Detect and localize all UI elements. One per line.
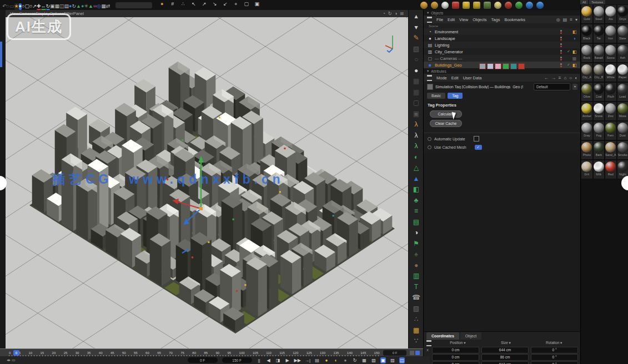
tool-icon[interactable]: ◧ (409, 184, 424, 195)
toolbar-icon[interactable]: ▲ (76, 3, 81, 10)
tool-icon[interactable]: λ (409, 141, 424, 152)
preset-dropdown[interactable]: Default (534, 83, 570, 90)
attribute-menu-item[interactable]: Mode (436, 75, 447, 80)
object-row[interactable]: ▤ Lighting (424, 42, 581, 48)
tool-icon[interactable]: ▦ (409, 87, 424, 98)
transport-icon[interactable]: ◐ (333, 357, 339, 363)
create-object-icon[interactable] (473, 2, 480, 9)
size-field[interactable]: 612 cm (481, 361, 529, 364)
range-end-field[interactable]: 150 F (222, 357, 252, 363)
enabled-check[interactable]: ✓ (566, 63, 571, 67)
toolbar-icon[interactable]: ✳ (84, 3, 88, 10)
toolbar-icon[interactable]: # (168, 1, 177, 9)
toolbar-icon[interactable]: ▣ (50, 3, 55, 10)
viewport-corner-icon[interactable]: ↻ (388, 11, 392, 16)
material-item[interactable]: White (605, 63, 617, 82)
material-tag[interactable] (503, 63, 509, 69)
tool-icon[interactable]: T (409, 282, 424, 293)
material-item[interactable]: Moss (617, 102, 628, 121)
object-name[interactable]: Buildings_Geo (435, 63, 462, 68)
cached-mesh-toggle[interactable]: ✓ (475, 145, 482, 150)
transport-icon[interactable]: ▶▶ (294, 357, 301, 363)
calculate-button[interactable]: Calculate (430, 110, 462, 118)
toolbar-icon[interactable]: ↗ (32, 3, 37, 10)
search-icon[interactable]: ▾ (575, 17, 577, 22)
object-name[interactable]: Environment (435, 29, 458, 34)
viewport-corner-icon[interactable]: ◔ (383, 11, 385, 16)
material-item[interactable]: Rock (581, 43, 593, 63)
attribute-menu-item[interactable]: Edit (451, 75, 459, 80)
toolbar-icon[interactable]: ★ (14, 3, 19, 10)
material-tag[interactable] (479, 63, 486, 69)
attribute-menu-item[interactable]: User Data (463, 75, 482, 80)
tool-icon[interactable]: ▦ (409, 76, 424, 87)
toolbar-icon[interactable]: ▢ (242, 1, 250, 9)
history-nav-icon[interactable]: ← (544, 75, 549, 80)
tool-icon[interactable]: ● (409, 260, 424, 271)
ruler-option-button[interactable] (410, 351, 414, 355)
material-item[interactable]: City_B (593, 63, 605, 82)
tool-icon[interactable]: ◑ (409, 228, 424, 239)
transport-icon[interactable]: ▧ (371, 357, 376, 363)
material-item[interactable]: Dust (617, 121, 628, 140)
object-name[interactable]: City_Generator (435, 49, 463, 54)
transport-icon[interactable]: ▨ (390, 357, 395, 363)
transport-icon[interactable]: ▶ (285, 357, 290, 363)
position-field[interactable]: 0 cm (432, 354, 479, 361)
history-nav-icon[interactable]: ○ (569, 75, 572, 80)
tool-icon[interactable]: ✎ (409, 33, 424, 44)
transport-icon[interactable]: ◫ (399, 357, 405, 363)
object-manager-menu-item[interactable]: Objects (473, 17, 486, 22)
create-object-icon[interactable] (536, 2, 544, 9)
history-nav-icon[interactable]: ≡ (559, 75, 561, 80)
object-row[interactable]: ▢ --- Cameras --- ▦ (424, 55, 581, 62)
tab-all-materials[interactable]: All (580, 0, 588, 4)
material-item[interactable]: Milk (593, 160, 605, 179)
rotation-field[interactable]: 0 ° (531, 354, 578, 361)
material-tag[interactable] (487, 63, 494, 69)
clear-cache-button[interactable]: Clear Cache (430, 120, 462, 127)
rotation-field[interactable]: 0 ° (531, 347, 578, 353)
timeline-ruler[interactable]: 0510152025303540455055606570758085909510… (0, 348, 423, 357)
toolbar-icon[interactable]: ● (158, 1, 166, 9)
search-icon[interactable]: ≡ (570, 17, 572, 22)
tab-object[interactable]: Object (460, 332, 481, 340)
create-object-icon[interactable] (526, 2, 533, 9)
coordinate-column-header[interactable]: Rotation ▾ (530, 341, 578, 345)
dropdown-caret-icon[interactable]: ▾ (572, 84, 577, 90)
toolbar-icon[interactable]: ↻ (46, 3, 51, 10)
visibility-dots[interactable] (560, 63, 562, 67)
object-manager-menu-item[interactable]: Edit (448, 17, 455, 22)
menu-burger-icon[interactable] (427, 75, 432, 81)
size-field[interactable]: 644 cm (481, 347, 529, 353)
current-frame-field[interactable]: 0 F (383, 350, 406, 356)
transport-icon[interactable]: ↻ (352, 357, 358, 363)
material-item[interactable]: Lead (617, 82, 628, 102)
3d-viewport[interactable]: ViewCamerasDisplayOptionsFilterPanel ◔↻◑… (6, 10, 408, 348)
timeline-playhead[interactable]: 0 (13, 350, 19, 356)
material-item[interactable]: Photo (581, 140, 593, 160)
toolbar-icon[interactable]: ↶ (2, 3, 7, 10)
tool-icon[interactable]: ⚑ (409, 239, 424, 250)
material-item[interactable]: Zinc (605, 102, 617, 121)
viewport-corner-icon[interactable]: ◑ (394, 11, 397, 16)
toolbar-icon[interactable]: ● (232, 1, 240, 9)
coordinate-column-header[interactable]: Size ▾ (482, 341, 530, 345)
material-item[interactable]: Gold (581, 4, 593, 24)
position-field[interactable]: 0 cm (432, 361, 479, 364)
tool-icon[interactable]: ▲ (409, 174, 424, 185)
transport-icon[interactable]: →| (305, 357, 310, 363)
tool-icon[interactable]: ≡ (409, 206, 424, 217)
visibility-dots[interactable] (560, 43, 562, 47)
toolbar-icon[interactable]: ▢ (24, 3, 29, 10)
search-icon[interactable]: ▤ (563, 17, 567, 22)
visibility-dots[interactable] (560, 57, 562, 60)
material-item[interactable]: Olive (581, 82, 593, 102)
ruler-option-button-active[interactable] (415, 351, 420, 355)
object-manager-menu-item[interactable]: File (436, 17, 443, 22)
object-name[interactable]: Lighting (435, 43, 449, 48)
material-tag[interactable] (495, 63, 501, 69)
tool-icon[interactable]: λ (409, 119, 424, 130)
transport-icon[interactable]: ● (343, 357, 348, 363)
coordinate-column-header[interactable]: Position ▾ (434, 341, 482, 345)
